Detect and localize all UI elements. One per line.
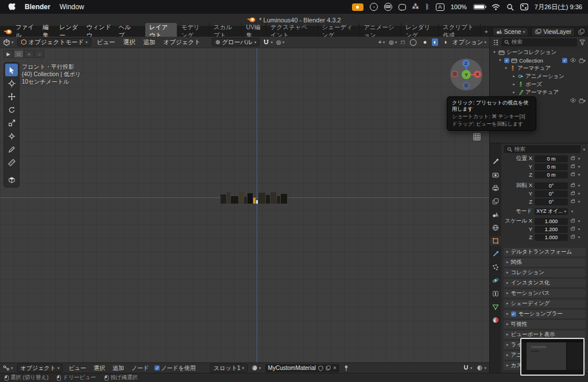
tool-rotate[interactable] xyxy=(5,103,18,116)
pin-icon[interactable] xyxy=(343,365,349,371)
grid-toggle-icon[interactable] xyxy=(473,133,481,141)
outliner-search-input[interactable]: 検索 xyxy=(501,38,577,46)
tab-scene[interactable] xyxy=(490,210,501,219)
animate-decorator[interactable] xyxy=(578,201,580,202)
scale-x-field[interactable]: 1.000 xyxy=(535,218,568,225)
shader-menu-select[interactable]: 選択 xyxy=(92,364,107,372)
snap-toggle[interactable]: ▾ xyxy=(263,39,273,46)
select-tweak-button[interactable]: ▶ xyxy=(3,50,13,58)
animate-decorator[interactable] xyxy=(578,166,580,167)
gizmo-z-axis[interactable]: Z xyxy=(462,60,470,67)
tool-cursor[interactable] xyxy=(5,77,18,89)
tab-view-layer[interactable] xyxy=(490,197,501,206)
disclosure-icon[interactable]: ▾ xyxy=(498,58,502,63)
scene-selector[interactable]: Scene ▾ xyxy=(493,28,528,36)
control-center-icon[interactable] xyxy=(520,3,528,10)
viewport-menu-object[interactable]: オブジェクト xyxy=(161,38,203,46)
show-overlays-toggle[interactable]: ◎ ▾ xyxy=(389,40,397,45)
motion-blur-checkbox[interactable]: ✓ xyxy=(511,311,516,317)
animate-decorator[interactable] xyxy=(571,211,573,212)
animate-decorator[interactable] xyxy=(578,174,580,176)
tool-select-box[interactable] xyxy=(5,64,18,76)
transform-orientation-selector[interactable]: ⊕ グローバル ▾ xyxy=(212,38,260,46)
menubar-orange-app-icon[interactable] xyxy=(352,3,363,11)
gizmo-neg-z-axis[interactable] xyxy=(463,82,470,89)
disclosure-icon[interactable]: ▸ xyxy=(512,90,516,95)
shader-menu-view[interactable]: ビュー xyxy=(67,364,87,372)
gizmo-neg-x-axis[interactable] xyxy=(451,71,458,77)
unlink-material-icon[interactable]: × xyxy=(333,365,336,371)
navigation-gizmo[interactable]: Z Y X xyxy=(450,59,482,91)
tab-object[interactable] xyxy=(490,236,501,245)
material-name-field[interactable]: MyCustomMaterial × xyxy=(265,364,339,372)
duplicate-icon[interactable] xyxy=(326,365,331,371)
scene-model[interactable] xyxy=(220,191,287,204)
shading-rendered-button[interactable]: ◑ xyxy=(442,38,448,46)
rotation-x-field[interactable]: 0° xyxy=(535,182,568,189)
animate-decorator[interactable] xyxy=(578,193,580,194)
menubar-chat-icon[interactable] xyxy=(399,4,406,10)
animate-decorator[interactable] xyxy=(578,185,580,186)
disclosure-icon[interactable]: ▾ xyxy=(504,66,508,71)
tab-physics[interactable] xyxy=(490,276,501,285)
section-delta-transform[interactable]: ▸デルタトランスフォーム xyxy=(504,248,586,256)
shader-type-selector[interactable]: オブジェクト ▾ xyxy=(17,364,63,372)
section-motion-paths[interactable]: ▸モーションパス xyxy=(504,289,586,298)
shader-editor-type-button[interactable]: ▾ xyxy=(3,365,13,371)
proportional-editing-toggle[interactable]: ◎ ▾ xyxy=(276,40,284,45)
location-x-field[interactable]: 0 m xyxy=(535,155,568,162)
lock-icon[interactable] xyxy=(571,228,575,231)
viewlayer-selector[interactable]: ViewLayer xyxy=(532,28,575,36)
viewport-menu-add[interactable]: 追加 xyxy=(141,38,158,46)
animate-decorator[interactable] xyxy=(578,158,580,159)
section-collections[interactable]: ▸コレクション xyxy=(504,268,586,277)
tool-measure[interactable] xyxy=(5,156,18,169)
shader-preview-toggle[interactable]: ▾ xyxy=(477,365,486,371)
viewport-menu-select[interactable]: 選択 xyxy=(121,38,138,46)
eye-icon[interactable] xyxy=(570,58,577,63)
shading-wireframe-button[interactable]: ◯ xyxy=(408,38,417,46)
lock-icon[interactable] xyxy=(571,192,575,195)
section-shading[interactable]: ▸シェーディング xyxy=(504,299,586,308)
tool-transform[interactable] xyxy=(5,130,18,142)
shading-solid-button[interactable]: ● xyxy=(422,38,428,46)
rotation-y-field[interactable]: 0° xyxy=(535,190,568,197)
snap-node-toggle[interactable]: ▾ xyxy=(463,365,473,371)
camera-icon[interactable] xyxy=(579,58,586,63)
section-motion-blur[interactable]: ▸✓モーションブラー xyxy=(504,310,586,318)
menubar-datetime[interactable]: 7月26日(土) 9:36 xyxy=(535,3,582,11)
input-source-icon[interactable]: A xyxy=(436,3,444,11)
location-y-field[interactable]: 0 m xyxy=(535,163,568,170)
tab-particles[interactable] xyxy=(490,263,501,272)
chevron-down-icon[interactable]: ▾ xyxy=(583,147,585,151)
use-nodes-checkbox[interactable]: ✓ ノードを使用 xyxy=(154,364,196,372)
animate-decorator[interactable] xyxy=(578,236,580,238)
menubar-app-name[interactable]: Blender xyxy=(25,3,51,11)
tab-constraints[interactable] xyxy=(490,289,501,298)
gizmo-x-axis[interactable]: X xyxy=(474,71,481,78)
outliner-row-scene-collection[interactable]: ▾ シーンコレクション xyxy=(490,48,588,56)
menubar-menu-window[interactable]: Window xyxy=(60,3,84,11)
tab-tool[interactable] xyxy=(490,157,501,166)
collection-checkbox[interactable]: ✓ xyxy=(504,58,509,63)
viewport-options-menu[interactable]: オプション ▾ xyxy=(452,38,486,46)
gizmo-y-axis[interactable]: Y xyxy=(462,70,471,79)
lock-icon[interactable] xyxy=(571,165,575,168)
select-circle-button[interactable]: ○ xyxy=(24,50,34,58)
menubar-status-icon[interactable]: ◔ xyxy=(370,3,378,11)
tool-scale[interactable] xyxy=(5,116,18,129)
scale-y-field[interactable]: 1.200 xyxy=(535,226,568,233)
lock-icon[interactable] xyxy=(571,157,575,160)
lock-icon[interactable] xyxy=(571,184,575,187)
select-lasso-button[interactable]: ◌ xyxy=(34,50,44,58)
rotation-mode-select[interactable]: XYZ オイ... ▾ xyxy=(535,208,568,215)
viewport-menu-view[interactable]: ビュー xyxy=(95,38,118,46)
bluetooth-icon[interactable]: ᛒ xyxy=(425,3,430,11)
tab-render[interactable] xyxy=(490,170,501,180)
section-relations[interactable]: ▸関係 xyxy=(504,258,586,267)
outliner-row-animation[interactable]: ▸ アニメーション xyxy=(490,72,588,80)
shading-material-button[interactable]: ◐ xyxy=(432,38,438,46)
scale-z-field[interactable]: 1.000 xyxy=(535,234,568,241)
outliner-row-pose[interactable]: ▸ ポーズ xyxy=(490,80,588,88)
rotation-z-field[interactable]: 0° xyxy=(535,198,568,205)
